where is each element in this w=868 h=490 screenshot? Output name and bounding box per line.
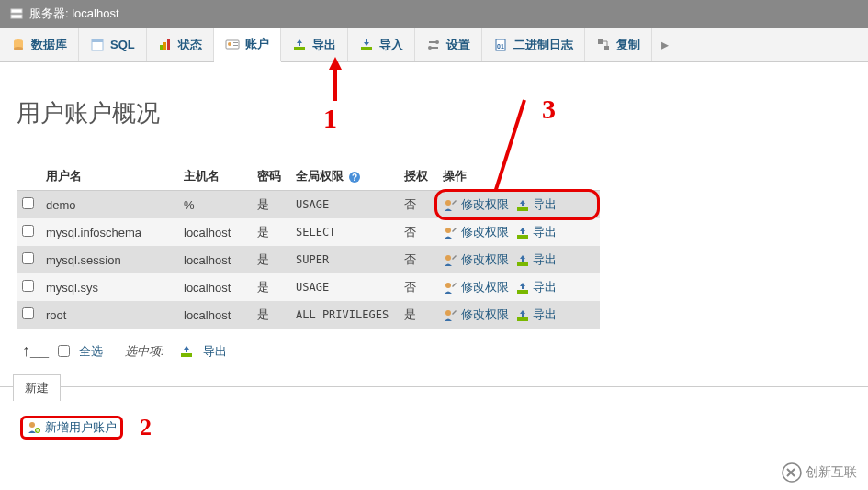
svg-rect-6 bbox=[92, 39, 103, 42]
users-table: 用户名 主机名 密码 全局权限 ? 授权 操作 demo%是USAGE否 修改权… bbox=[17, 162, 600, 329]
svg-rect-25 bbox=[517, 207, 528, 211]
tab-import[interactable]: 导入 bbox=[348, 28, 415, 61]
row-checkbox[interactable] bbox=[22, 225, 34, 237]
sql-icon bbox=[90, 38, 105, 52]
edit-priv-icon bbox=[443, 226, 457, 240]
svg-point-11 bbox=[228, 42, 231, 46]
col-pw: 密码 bbox=[252, 162, 290, 191]
check-all-link[interactable]: 全选 bbox=[79, 343, 103, 360]
row-export-link[interactable]: 导出 bbox=[533, 280, 557, 294]
svg-rect-34 bbox=[181, 353, 192, 357]
import-icon bbox=[359, 38, 374, 52]
col-action: 操作 bbox=[437, 162, 600, 191]
edit-priv-icon bbox=[443, 281, 457, 295]
cell-grant: 否 bbox=[399, 191, 437, 219]
cell-grant: 否 bbox=[399, 218, 437, 246]
tab-status[interactable]: 状态 bbox=[147, 28, 214, 61]
settings-icon bbox=[426, 38, 441, 52]
row-checkbox[interactable] bbox=[22, 252, 34, 264]
cell-user: mysql.sys bbox=[40, 273, 178, 301]
edit-priv-icon bbox=[443, 308, 457, 323]
help-icon[interactable]: ? bbox=[347, 170, 362, 184]
svg-rect-0 bbox=[11, 9, 22, 13]
svg-rect-8 bbox=[163, 42, 166, 50]
cell-global: ALL PRIVILEGES bbox=[290, 301, 399, 329]
export-small-icon bbox=[179, 344, 194, 359]
tab-accounts[interactable]: 账户 bbox=[214, 28, 281, 62]
cell-host: localhost bbox=[178, 246, 252, 273]
row-export-link[interactable]: 导出 bbox=[533, 225, 557, 239]
edit-priv-icon bbox=[443, 253, 457, 268]
cell-global: SUPER bbox=[290, 246, 399, 273]
with-selected-export[interactable]: 导出 bbox=[203, 343, 227, 360]
svg-rect-15 bbox=[361, 47, 372, 50]
cell-grant: 否 bbox=[399, 246, 437, 273]
cell-host: localhost bbox=[178, 218, 252, 246]
edit-priv-link[interactable]: 修改权限 bbox=[461, 252, 509, 266]
tabs-more[interactable]: ▸ bbox=[652, 36, 678, 53]
database-icon bbox=[11, 38, 26, 52]
cell-host: % bbox=[178, 191, 252, 219]
svg-rect-33 bbox=[517, 317, 528, 321]
tab-database[interactable]: 数据库 bbox=[0, 28, 79, 61]
svg-point-4 bbox=[14, 47, 23, 50]
accounts-icon bbox=[225, 37, 240, 51]
svg-point-24 bbox=[445, 200, 451, 206]
table-row: mysql.syslocalhost是USAGE否 修改权限 导出 bbox=[17, 273, 600, 301]
server-icon bbox=[9, 6, 24, 21]
row-checkbox[interactable] bbox=[22, 280, 34, 292]
binlog-icon: 01 bbox=[493, 38, 508, 52]
tab-settings[interactable]: 设置 bbox=[415, 28, 482, 61]
add-user-link[interactable]: 新增用户账户 bbox=[45, 419, 117, 436]
cell-host: localhost bbox=[178, 273, 252, 301]
cell-grant: 否 bbox=[399, 273, 437, 301]
row-export-icon bbox=[515, 253, 530, 268]
svg-rect-20 bbox=[598, 39, 603, 44]
cell-grant: 是 bbox=[399, 301, 437, 329]
svg-text:01: 01 bbox=[497, 43, 504, 50]
row-export-link[interactable]: 导出 bbox=[533, 252, 557, 266]
col-user: 用户名 bbox=[40, 162, 178, 191]
tab-export[interactable]: 导出 bbox=[281, 28, 348, 61]
svg-rect-27 bbox=[517, 235, 528, 239]
with-selected-label: 选中项: bbox=[125, 343, 164, 360]
cell-host: localhost bbox=[178, 301, 252, 329]
cell-global: SELECT bbox=[290, 218, 399, 246]
col-global: 全局权限 ? bbox=[290, 162, 399, 191]
new-legend: 新建 bbox=[13, 374, 61, 401]
cell-pw: 是 bbox=[252, 191, 290, 219]
svg-point-26 bbox=[445, 228, 451, 233]
cell-pw: 是 bbox=[252, 301, 290, 329]
table-row: rootlocalhost是ALL PRIVILEGES是 修改权限 导出 bbox=[17, 301, 600, 329]
svg-rect-13 bbox=[233, 45, 238, 46]
svg-rect-31 bbox=[517, 290, 528, 294]
main-tabs: 数据库 SQL 状态 账户 导出 导入 设置 01 二进制日志 复制 ▸ bbox=[0, 28, 868, 62]
svg-rect-9 bbox=[167, 39, 170, 50]
row-checkbox[interactable] bbox=[22, 307, 34, 319]
select-all-bar: ↑__ 全选 选中项: 导出 bbox=[17, 329, 851, 373]
edit-priv-link[interactable]: 修改权限 bbox=[461, 197, 509, 211]
table-row: demo%是USAGE否 修改权限 导出 bbox=[17, 191, 600, 219]
page-title: 用户账户概况 bbox=[17, 97, 851, 129]
svg-point-28 bbox=[445, 255, 451, 261]
edit-priv-icon bbox=[443, 198, 457, 213]
table-row: mysql.infoschemalocalhost是SELECT否 修改权限 导… bbox=[17, 218, 600, 246]
tab-binlog[interactable]: 01 二进制日志 bbox=[482, 28, 585, 61]
svg-rect-29 bbox=[517, 262, 528, 266]
row-export-link[interactable]: 导出 bbox=[533, 307, 557, 321]
check-all-checkbox[interactable] bbox=[58, 345, 70, 357]
col-host: 主机名 bbox=[178, 162, 252, 191]
tab-replication[interactable]: 复制 bbox=[585, 28, 652, 61]
col-grant: 授权 bbox=[399, 162, 437, 191]
edit-priv-link[interactable]: 修改权限 bbox=[461, 307, 509, 321]
edit-priv-link[interactable]: 修改权限 bbox=[461, 280, 509, 294]
svg-point-32 bbox=[445, 310, 451, 316]
table-row: mysql.sessionlocalhost是SUPER否 修改权限 导出 bbox=[17, 246, 600, 273]
new-section: 新建 新增用户账户 2 bbox=[0, 386, 868, 451]
add-user-icon bbox=[27, 420, 41, 435]
edit-priv-link[interactable]: 修改权限 bbox=[461, 225, 509, 239]
svg-point-30 bbox=[445, 283, 451, 288]
tab-sql[interactable]: SQL bbox=[79, 28, 147, 61]
row-checkbox[interactable] bbox=[22, 197, 34, 209]
row-export-link[interactable]: 导出 bbox=[533, 197, 557, 211]
